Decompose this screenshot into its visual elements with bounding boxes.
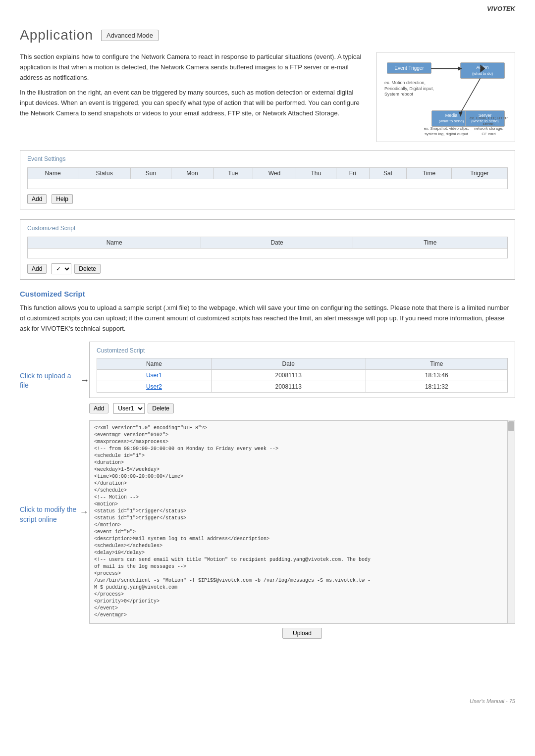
col-time: Time xyxy=(407,168,452,179)
right-content: Customized Script Name Date Time User1 2… xyxy=(89,342,515,688)
delete-script-main-button[interactable]: Delete xyxy=(148,403,174,413)
code-container: <?xml version="1.0" encoding="UTF-8"?> <… xyxy=(89,420,515,624)
app-header: Application Advanced Mode xyxy=(20,27,515,43)
add-script-main-button[interactable]: Add xyxy=(89,403,108,413)
table-row xyxy=(28,179,508,189)
click-to-modify-label: Click to modify thescript online xyxy=(20,505,76,524)
brand-label: VIVOTEK xyxy=(0,0,535,12)
upload-button[interactable]: Upload xyxy=(282,628,322,639)
script-user2-date: 20081113 xyxy=(211,381,366,393)
add-event-button[interactable]: Add xyxy=(27,194,47,204)
col-status: Status xyxy=(78,168,131,179)
lower-section: Click to upload a file → Click to modify… xyxy=(20,342,515,688)
diagram: Event Trigger Action(what to do) Media(w… xyxy=(376,52,515,142)
st-col-name: Name xyxy=(97,358,212,370)
script-user2-time: 18:11:32 xyxy=(366,381,507,393)
diagram-event-trigger: Event Trigger xyxy=(387,62,431,74)
modify-arrow-icon: → xyxy=(79,507,88,517)
scrollbar[interactable] xyxy=(508,420,515,623)
col-tue: Tue xyxy=(214,168,253,179)
upload-label-row: Click to upload a file → xyxy=(20,371,89,389)
customized-script-heading: Customized Script xyxy=(20,290,515,298)
st-col-time: Time xyxy=(366,358,507,370)
modify-label-row: Click to modify thescript online → xyxy=(20,505,88,524)
event-settings-title: Event Settings xyxy=(27,155,508,162)
event-settings-table: Name Status Sun Mon Tue Wed Thu Fri Sat … xyxy=(27,167,508,189)
script-user1-time: 18:13:46 xyxy=(366,370,507,381)
customized-script-upper-box: Customized Script Name Date Time Add ✓ D… xyxy=(20,219,515,280)
col-sat: Sat xyxy=(369,168,406,179)
customized-script-description: This function allows you to upload a sam… xyxy=(20,303,515,334)
intro-text: This section explains how to configure t… xyxy=(20,52,367,142)
table-row: User1 20081113 18:13:46 xyxy=(97,370,508,381)
customized-script-upper-buttons: Add ✓ Delete xyxy=(27,263,508,274)
diagram-server-examples: ex. Email, FTP, HTTP server,network stor… xyxy=(468,116,510,137)
st-col-date: Date xyxy=(211,358,366,370)
script-user2-link[interactable]: User2 xyxy=(146,383,162,390)
diagram-media-examples: ex. Snapshot, video clips,system log, di… xyxy=(422,126,471,137)
col-mon: Mon xyxy=(171,168,213,179)
col-trigger: Trigger xyxy=(452,168,508,179)
help-button[interactable]: Help xyxy=(52,194,73,204)
upload-button-row: Upload xyxy=(89,628,515,639)
user-select-dropdown[interactable]: User1 xyxy=(113,403,145,414)
advanced-mode-button[interactable]: Advanced Mode xyxy=(101,30,159,41)
cs-col-name: Name xyxy=(28,237,201,249)
script-action-buttons: Add User1 Delete xyxy=(89,403,515,414)
code-content[interactable]: <?xml version="1.0" encoding="UTF-8"?> <… xyxy=(90,420,508,623)
script-table-box: Customized Script Name Date Time User1 2… xyxy=(89,342,515,398)
table-row xyxy=(28,249,508,258)
page-footer: User's Manual - 75 xyxy=(20,698,515,704)
cs-col-date: Date xyxy=(201,237,353,249)
customized-script-upper-table: Name Date Time xyxy=(27,237,508,258)
col-name: Name xyxy=(28,168,78,179)
col-sun: Sun xyxy=(131,168,171,179)
script-select-dropdown[interactable]: ✓ xyxy=(52,263,71,274)
col-wed: Wed xyxy=(253,168,296,179)
col-thu: Thu xyxy=(296,168,336,179)
event-settings-box: Event Settings Name Status Sun Mon Tue W… xyxy=(20,150,515,209)
script-user1-date: 20081113 xyxy=(211,370,366,381)
table-row: User2 20081113 18:11:32 xyxy=(97,381,508,393)
page-title: Application xyxy=(20,27,93,43)
cs-col-time: Time xyxy=(353,237,507,249)
scrollbar-thumb xyxy=(508,421,514,431)
script-table-title: Customized Script xyxy=(97,347,508,354)
svg-line-2 xyxy=(461,78,481,112)
upload-arrow-icon: → xyxy=(80,375,89,386)
intro-section: This section explains how to configure t… xyxy=(20,52,515,142)
intro-para2: In the illustration on the right, an eve… xyxy=(20,88,367,118)
diagram-event-examples: ex. Motion detection,Periodically, Digit… xyxy=(384,80,444,98)
customized-script-upper-title: Customized Script xyxy=(27,225,508,232)
left-labels: Click to upload a file → Click to modify… xyxy=(20,342,89,688)
script-user1-link[interactable]: User1 xyxy=(146,372,162,379)
click-to-upload-label: Click to upload a file xyxy=(20,371,77,389)
add-script-button[interactable]: Add xyxy=(27,264,47,274)
delete-script-button[interactable]: Delete xyxy=(74,264,101,274)
col-fri: Fri xyxy=(336,168,369,179)
script-data-table: Name Date Time User1 20081113 18:13:46 U… xyxy=(97,358,508,393)
diagram-action: Action(what to do) xyxy=(460,62,505,79)
intro-para1: This section explains how to configure t… xyxy=(20,52,367,83)
event-settings-buttons: Add Help xyxy=(27,194,508,204)
